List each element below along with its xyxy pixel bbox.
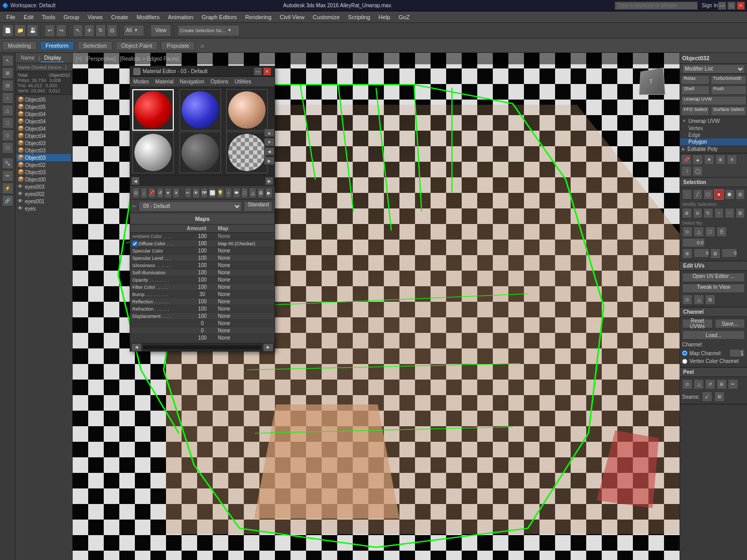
vp-render-mode[interactable]: [Realistic + Edged Faces] xyxy=(120,56,179,62)
mat-standard-button[interactable]: Standard xyxy=(244,201,272,212)
save-uvws-button[interactable]: Save... xyxy=(715,319,745,328)
modifier-editable-poly[interactable]: ▶ Editable Poly xyxy=(680,145,747,153)
map-channel-radio[interactable] xyxy=(682,351,687,356)
mat-menu-utilities[interactable]: Utilities xyxy=(231,78,254,86)
sel-vertex-icon[interactable]: · xyxy=(682,189,692,200)
mod-tb-move-up[interactable]: ▲ xyxy=(693,155,703,165)
modifier-list-dropdown[interactable]: Modifier List xyxy=(682,64,745,74)
sel-border-icon[interactable]: ⬡ xyxy=(703,189,713,200)
mod-tb-duplicate[interactable]: ⊕ xyxy=(715,155,726,165)
mat-tb-backlit[interactable]: 💡 xyxy=(217,188,224,198)
nav-cube[interactable]: T xyxy=(638,68,669,100)
reset-uvws-button[interactable]: Reset UVWs xyxy=(682,319,713,328)
mod-tb-move-down[interactable]: ▼ xyxy=(704,155,714,165)
mat-menu-navigation[interactable]: Navigation xyxy=(177,78,208,86)
modifier-unwrap-uvw[interactable]: ▼ Unwrap UVW xyxy=(680,117,747,125)
tab-populate[interactable]: Populate xyxy=(161,41,195,50)
vertex-color-radio[interactable] xyxy=(682,359,687,364)
tree-item-obj12[interactable]: 📦Object00 xyxy=(17,176,71,183)
mat-slot-6[interactable] xyxy=(226,132,268,173)
mat-close[interactable]: ✕ xyxy=(263,67,271,76)
tweak-in-view-button[interactable]: Tweak In View xyxy=(682,284,745,293)
sel-by-5[interactable]: ⊕ xyxy=(682,248,693,259)
load-uvws-button[interactable]: Load... xyxy=(682,330,745,340)
map-opacity-map[interactable]: None xyxy=(218,277,272,283)
tree-item-eyes002[interactable]: 👁eyes002 xyxy=(17,190,71,198)
map-diffuse-map[interactable]: Map #0 (Checker) xyxy=(218,241,272,246)
mod-sel-extra[interactable]: ⊞ xyxy=(736,208,745,218)
mat-slot-2[interactable] xyxy=(179,89,221,131)
mod-sel-dots[interactable]: ⋯ xyxy=(725,208,735,218)
close-button[interactable]: ✕ xyxy=(737,2,745,10)
mat-tb-put-material[interactable]: ↓ xyxy=(141,188,148,198)
map-filter-color-map[interactable]: None xyxy=(218,284,272,290)
mat-slot-3[interactable] xyxy=(226,89,268,131)
tree-item-obj1[interactable]: 📦Object05 xyxy=(17,96,71,103)
sel-edge-icon[interactable]: ╱ xyxy=(693,189,703,200)
menu-goz[interactable]: GoZ xyxy=(394,13,413,21)
mod-tb-delete[interactable]: ✕ xyxy=(727,155,737,165)
mat-slot-select[interactable]: 09 - Default xyxy=(139,201,242,212)
map-refraction-map[interactable]: None xyxy=(218,306,272,312)
mat-tb-pick[interactable]: ✂ xyxy=(185,188,192,198)
map-diffuse-checkbox[interactable] xyxy=(132,241,137,246)
left-icon-7[interactable]: ◇ xyxy=(2,130,13,141)
map-self-illum-map[interactable]: None xyxy=(218,270,272,275)
mat-menu-modes[interactable]: Modes xyxy=(130,78,152,86)
menu-create[interactable]: Create xyxy=(107,13,132,21)
left-icon-5[interactable]: △ xyxy=(2,105,13,116)
tree-item-obj2[interactable]: 📦Object05 xyxy=(17,103,71,110)
tab-selection[interactable]: Selection xyxy=(77,41,112,50)
mat-tb-box[interactable]: □ xyxy=(241,188,248,198)
mat-tb-swatch[interactable]: ⊞ xyxy=(257,188,265,198)
tab-object-paint[interactable]: Object Paint xyxy=(116,41,158,50)
vp-plus[interactable]: [+] xyxy=(76,56,81,62)
mat-tb-reset[interactable]: ↺ xyxy=(157,188,164,198)
uv-icon-2[interactable]: △ xyxy=(694,295,704,305)
tree-tab-name[interactable]: Name xyxy=(18,54,38,62)
btn-surface-select[interactable]: Surface Select xyxy=(711,106,746,116)
mod-tb-pin[interactable]: 📌 xyxy=(681,155,691,165)
tb-save[interactable]: 💾 xyxy=(27,24,38,37)
tree-item-obj10[interactable]: 📦Object02 xyxy=(17,161,71,169)
menu-tools[interactable]: Tools xyxy=(38,13,60,21)
mat-scroll-next[interactable]: ▶ xyxy=(264,157,274,165)
mat-menu-material[interactable]: Material xyxy=(152,78,177,86)
tree-item-obj3[interactable]: 📦Object04 xyxy=(17,110,71,118)
sel-by-4[interactable]: ☰ xyxy=(716,227,727,237)
left-icon-2[interactable]: ⊞ xyxy=(2,67,13,79)
mat-tb-custom[interactable]: △ xyxy=(249,188,256,198)
menu-help[interactable]: Help xyxy=(375,13,395,21)
left-icon-9[interactable]: 🔧 xyxy=(2,158,13,169)
filter-dropdown[interactable]: All ▼ xyxy=(123,25,144,36)
tree-item-obj11[interactable]: 📦Object03 xyxy=(17,169,71,176)
modifier-edge[interactable]: Edge xyxy=(680,132,747,138)
mat-slot-prev[interactable]: ◀ xyxy=(131,177,140,185)
sel-by-6[interactable]: ⊞ xyxy=(710,248,721,259)
sign-in-link[interactable]: Sign In xyxy=(702,3,718,8)
mat-tb-sphere[interactable]: ○ xyxy=(225,188,232,198)
tree-item-obj4[interactable]: 📦Object04 xyxy=(17,118,71,125)
menu-views[interactable]: Views xyxy=(84,13,107,21)
mat-tb-bg[interactable]: ⬜ xyxy=(209,188,216,198)
tb-scale[interactable]: ⊡ xyxy=(107,24,117,37)
left-icon-8[interactable]: ⬡ xyxy=(2,142,13,153)
seams-icon-1[interactable]: ↙ xyxy=(702,391,712,402)
mat-slot-4[interactable] xyxy=(132,132,174,173)
vp-perspective[interactable]: [Perspective] xyxy=(86,56,116,62)
btn-push[interactable]: Push xyxy=(711,86,746,95)
tree-tab-display[interactable]: Display xyxy=(41,54,64,62)
mod-sel-shrink[interactable]: ⊖ xyxy=(693,208,703,218)
map-reflection-map[interactable]: None xyxy=(218,299,272,304)
mat-tb-cylinder[interactable]: ⬬ xyxy=(233,188,240,198)
menu-modifiers[interactable]: Modifiers xyxy=(132,13,164,21)
mat-slot-5[interactable] xyxy=(179,132,221,173)
tb-view-btn[interactable]: View xyxy=(150,24,171,37)
menu-rendering[interactable]: Rendering xyxy=(241,13,276,21)
sel-element-icon[interactable]: ⬢ xyxy=(725,189,735,200)
mod-sel-loop[interactable]: ↻ xyxy=(703,208,713,218)
tree-item-obj6[interactable]: 📦Object04 xyxy=(17,132,71,139)
peel-icon-3[interactable]: ↺ xyxy=(705,379,715,389)
btn-shell[interactable]: Shell xyxy=(681,86,710,95)
tb-undo[interactable]: ↩ xyxy=(45,24,55,37)
